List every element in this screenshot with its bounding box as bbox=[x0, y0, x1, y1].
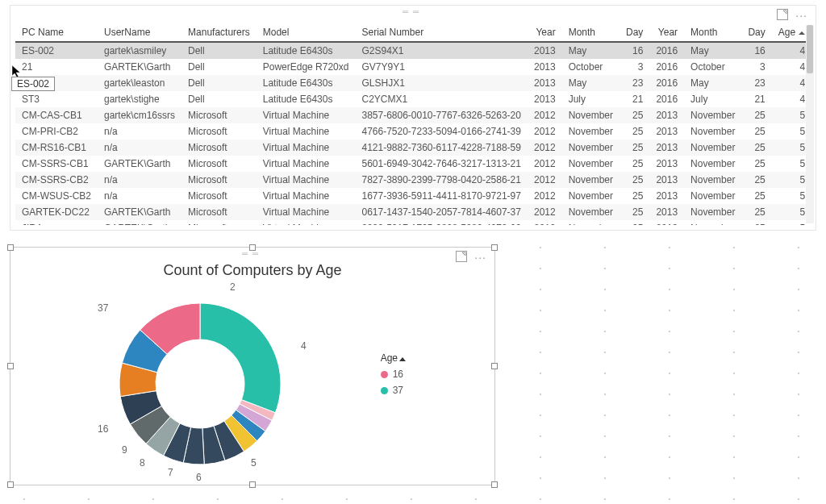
table-cell: Virtual Machine bbox=[257, 172, 356, 188]
table-cell: Microsoft bbox=[181, 107, 257, 123]
table-cell: November bbox=[562, 172, 620, 188]
data-label: 6 bbox=[196, 472, 202, 483]
table-cell: July bbox=[684, 91, 741, 107]
table-cell: 5 bbox=[772, 220, 811, 225]
table-cell: Dell bbox=[181, 59, 257, 75]
table-cell: 5 bbox=[772, 123, 811, 140]
table-cell: May bbox=[562, 42, 620, 59]
table-cell: GARTEK\Garth bbox=[98, 156, 181, 172]
drag-handle-icon[interactable]: ══ bbox=[242, 249, 263, 258]
col-header[interactable]: Year bbox=[528, 23, 562, 42]
table-cell: 2012 bbox=[528, 156, 562, 172]
legend-label: Age bbox=[381, 352, 398, 364]
legend-item[interactable]: 16 bbox=[381, 369, 406, 380]
table-row[interactable]: CM-RS16-CB1n/aMicrosoftVirtual Machine41… bbox=[15, 140, 811, 156]
table-cell: 25 bbox=[741, 172, 771, 188]
table-cell: Latitude E6430s bbox=[257, 75, 356, 91]
table-row[interactable]: CM-CAS-CB1gartek\cm16ssrsMicrosoftVirtua… bbox=[15, 107, 811, 123]
table-cell: Latitude E6430s bbox=[257, 91, 356, 107]
focus-mode-icon[interactable] bbox=[777, 9, 788, 20]
col-header[interactable]: Year bbox=[649, 23, 684, 42]
data-label: 2 bbox=[230, 281, 236, 293]
table-cell: gartek\cm16ssrs bbox=[98, 107, 181, 123]
table-cell: 4 bbox=[772, 42, 811, 59]
table-cell: Dell bbox=[181, 91, 257, 107]
table-cell: 5601-6949-3042-7646-3217-1313-21 bbox=[355, 156, 528, 172]
data-label: 7 bbox=[168, 467, 173, 478]
table-cell: Latitude E6430s bbox=[257, 42, 356, 59]
col-header[interactable]: UserName bbox=[98, 23, 181, 42]
data-label: 8 bbox=[140, 457, 145, 469]
table-cell: October bbox=[562, 59, 620, 75]
col-header[interactable]: Manufacturers bbox=[181, 23, 257, 42]
data-table: PC NameUserNameManufacturersModelSerial … bbox=[15, 23, 811, 225]
sort-asc-icon bbox=[399, 357, 406, 361]
col-header[interactable]: PC Name bbox=[15, 23, 98, 42]
table-row[interactable]: CM-WSUS-CB2n/aMicrosoftVirtual Machine16… bbox=[15, 188, 811, 204]
table-cell: GARTEK\Garth bbox=[98, 220, 181, 225]
table-cell: November bbox=[684, 220, 741, 225]
table-cell: 21 bbox=[620, 91, 649, 107]
drag-handle-icon[interactable]: ══ bbox=[403, 7, 423, 16]
table-row[interactable]: CM-SSRS-CB1GARTEK\GarthMicrosoftVirtual … bbox=[15, 156, 811, 172]
table-visual[interactable]: ══ ··· PC NameUserNameManufacturersModel… bbox=[10, 5, 816, 231]
donut-chart[interactable] bbox=[107, 291, 293, 477]
col-header[interactable]: Age bbox=[772, 23, 811, 42]
table-row[interactable]: ES-002gartek\asmileyDellLatitude E6430sG… bbox=[15, 42, 811, 59]
more-options-icon[interactable]: ··· bbox=[795, 9, 807, 22]
table-cell: November bbox=[562, 156, 620, 172]
table-cell: 2016 bbox=[649, 91, 684, 107]
table-cell: 5 bbox=[772, 156, 811, 172]
table-cell: Microsoft bbox=[181, 156, 257, 172]
table-cell: n/a bbox=[98, 172, 181, 188]
table-cell: November bbox=[562, 204, 620, 220]
table-cell: November bbox=[562, 107, 620, 123]
data-label: 37 bbox=[98, 302, 108, 314]
table-row[interactable]: CM-PRI-CB2n/aMicrosoftVirtual Machine476… bbox=[15, 123, 811, 140]
table-cell: 25 bbox=[620, 220, 649, 225]
table-body: ES-002gartek\asmileyDellLatitude E6430sG… bbox=[15, 42, 811, 225]
table-row[interactable]: CM-SSRS-CB2n/aMicrosoftVirtual Machine78… bbox=[15, 172, 811, 188]
table-cell: 2016 bbox=[649, 42, 684, 59]
table-row[interactable]: ST3gartek\stigheDellLatitude E6430sC2YCM… bbox=[15, 91, 811, 107]
col-header[interactable]: Month bbox=[562, 23, 620, 42]
col-header[interactable]: Month bbox=[684, 23, 741, 42]
chart-legend[interactable]: Age 1637 bbox=[381, 352, 406, 396]
vertical-scrollbar[interactable] bbox=[806, 25, 814, 223]
table-cell: 4 bbox=[772, 91, 811, 107]
col-header[interactable]: Day bbox=[620, 23, 649, 42]
table-container: PC NameUserNameManufacturersModelSerial … bbox=[15, 23, 811, 225]
col-header[interactable]: Serial Number bbox=[355, 23, 528, 42]
focus-mode-icon[interactable] bbox=[456, 251, 467, 262]
table-cell: Microsoft bbox=[181, 140, 257, 156]
table-row[interactable]: ES-002gartek\leastonDellLatitude E6430sG… bbox=[15, 75, 811, 91]
table-row[interactable]: JIRAGARTEK\GarthMicrosoftVirtual Machine… bbox=[15, 220, 811, 225]
legend-item[interactable]: 37 bbox=[381, 385, 406, 396]
donut-chart-visual[interactable]: ══ ··· Count of Computers by Age Age 163… bbox=[10, 247, 495, 485]
col-header[interactable]: Model bbox=[257, 23, 356, 42]
table-cell: GARTEK\Garth bbox=[98, 204, 181, 220]
table-cell: 5 bbox=[772, 204, 811, 220]
table-cell: 3 bbox=[741, 59, 771, 75]
data-label: 5 bbox=[251, 457, 257, 469]
table-cell: 2013 bbox=[528, 91, 562, 107]
col-header[interactable]: Day bbox=[741, 23, 771, 42]
table-cell: Virtual Machine bbox=[257, 188, 356, 204]
table-cell: 2013 bbox=[649, 107, 684, 123]
table-row[interactable]: GARTEK-DC22GARTEK\GarthMicrosoftVirtual … bbox=[15, 204, 811, 220]
donut-slice[interactable] bbox=[200, 303, 281, 413]
table-cell: Virtual Machine bbox=[257, 123, 356, 140]
table-cell: 2013 bbox=[528, 75, 562, 91]
table-cell: 25 bbox=[741, 156, 771, 172]
scrollbar-thumb[interactable] bbox=[807, 25, 813, 73]
table-cell: 3857-6806-0010-7767-6326-5263-20 bbox=[355, 107, 528, 123]
table-cell: G2S94X1 bbox=[355, 42, 528, 59]
table-row[interactable]: 21GARTEK\GarthDellPowerEdge R720xdGV7Y9Y… bbox=[15, 59, 811, 75]
table-cell: Microsoft bbox=[181, 188, 257, 204]
table-cell: 25 bbox=[620, 172, 649, 188]
table-cell: 25 bbox=[620, 140, 649, 156]
table-cell: 2013 bbox=[649, 172, 684, 188]
more-options-icon[interactable]: ··· bbox=[474, 251, 486, 264]
legend-header[interactable]: Age bbox=[381, 352, 406, 364]
table-cell: 2012 bbox=[528, 140, 562, 156]
